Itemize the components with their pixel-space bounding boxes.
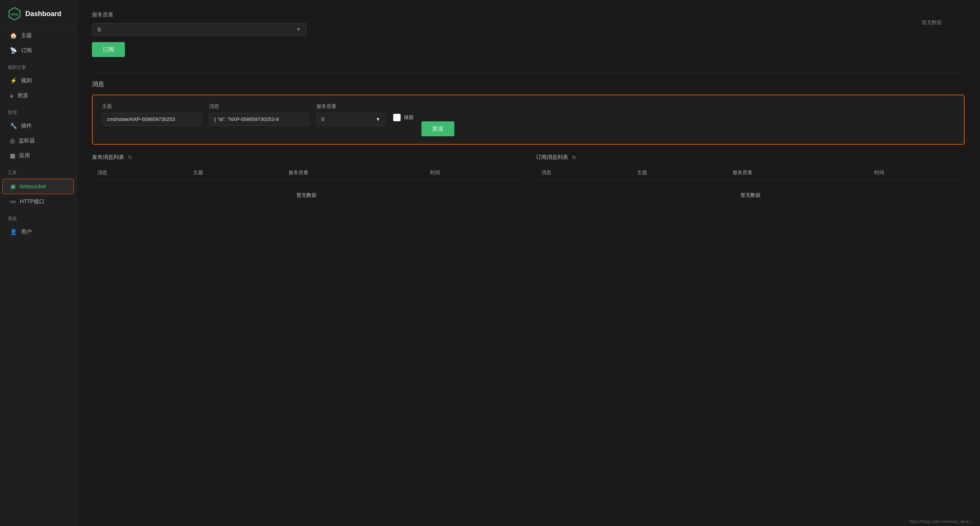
- publish-table-head: 消息 主题 服务质量 时间: [92, 165, 521, 180]
- footer-bar: https://blog.csdn.net/emqx_brok...: [77, 516, 980, 526]
- divider-1: [92, 72, 965, 73]
- sidebar-item-monitor[interactable]: ◎ 监听器: [2, 134, 74, 148]
- sidebar-item-label: 用户: [21, 229, 32, 235]
- main-content: 服务质量 0 ▼ 订阅 暂无数据 消息 主题: [77, 0, 980, 526]
- logo-area: EMQ Dashboard: [0, 0, 76, 28]
- sidebar-item-label: Websocket: [20, 183, 46, 189]
- sidebar-item-label: 订阅: [21, 47, 32, 54]
- sidebar-section-4: 系统 👤 用户: [0, 209, 76, 240]
- section-label-rules: 规则引擎: [0, 58, 76, 73]
- svg-text:EMQ: EMQ: [11, 13, 18, 16]
- top-section: 服务质量 0 ▼ 订阅 暂无数据: [92, 11, 965, 69]
- sidebar-section-2: 管理 🔧 插件 ◎ 监听器 ▦ 应用: [0, 103, 76, 163]
- rules-icon: ⚡: [10, 77, 17, 84]
- message-section-title: 消息: [92, 80, 965, 88]
- websocket-icon: ▣: [10, 183, 16, 190]
- msg-label: 消息: [209, 103, 309, 110]
- sidebar-item-resources[interactable]: ≡ 资源: [2, 88, 74, 103]
- apps-icon: ▦: [10, 152, 15, 159]
- sidebar-item-label: 主题: [21, 32, 32, 39]
- subscribe-icon: 📡: [10, 47, 17, 54]
- subscribe-no-data-row: 暂无数据: [536, 180, 965, 211]
- subscribe-list-section: 订阅消息列表 ↻ 消息 主题 服务质量 时间 暂无数据: [536, 154, 965, 211]
- theme-icon: 🏠: [10, 32, 17, 39]
- subscribe-table-header-row: 消息 主题 服务质量 时间: [536, 165, 965, 180]
- subscribe-table: 消息 主题 服务质量 时间 暂无数据: [536, 165, 965, 211]
- send-button[interactable]: 发送: [421, 121, 454, 136]
- qos-label: 服务质量: [316, 103, 385, 110]
- sidebar-item-websocket[interactable]: ▣ Websocket: [2, 179, 74, 194]
- message-form-row: 主题 消息 服务质量 0 ▼: [102, 103, 955, 136]
- select-value: 0: [98, 26, 101, 33]
- message-section: 消息 主题 消息 服务质量: [92, 80, 965, 145]
- subscribe-list-title: 订阅消息列表: [536, 154, 568, 161]
- retain-group: 保留: [393, 103, 414, 121]
- sidebar-item-label: 应用: [19, 152, 30, 159]
- service-quality-section: 服务质量 0 ▼ 订阅: [92, 11, 306, 57]
- publish-no-data-row: 暂无数据: [92, 180, 521, 211]
- publish-table-header-row: 消息 主题 服务质量 时间: [92, 165, 521, 180]
- users-icon: 👤: [10, 229, 17, 235]
- plugins-icon: 🔧: [10, 123, 17, 129]
- sidebar-item-theme[interactable]: 🏠 主题: [2, 28, 74, 43]
- resources-icon: ≡: [10, 93, 13, 99]
- col-qos: 服务质量: [283, 165, 425, 180]
- col-time: 时间: [425, 165, 521, 180]
- subscribe-list-header: 订阅消息列表 ↻: [536, 154, 965, 161]
- publish-refresh-icon[interactable]: ↻: [128, 154, 133, 160]
- topic-input[interactable]: [102, 113, 202, 126]
- retain-checkbox[interactable]: [393, 114, 401, 121]
- sidebar-item-apps[interactable]: ▦ 应用: [2, 149, 74, 163]
- monitor-icon: ◎: [10, 137, 15, 144]
- message-form-box: 主题 消息 服务质量 0 ▼: [92, 95, 965, 145]
- sidebar-item-users[interactable]: 👤 用户: [2, 225, 74, 239]
- sidebar-item-http[interactable]: </> HTTP接口: [2, 194, 74, 209]
- qos-field-group: 服务质量 0 ▼: [316, 103, 385, 126]
- col-time: 时间: [869, 165, 965, 180]
- no-data-top: 暂无数据: [922, 19, 942, 26]
- publish-table-body: 暂无数据: [92, 180, 521, 211]
- msg-input[interactable]: [209, 113, 309, 126]
- col-message: 消息: [92, 165, 188, 180]
- section-label-manage: 管理: [0, 103, 76, 118]
- sidebar-item-plugins[interactable]: 🔧 插件: [2, 119, 74, 133]
- service-quality-select[interactable]: 0 ▼: [92, 23, 306, 36]
- qos-select[interactable]: 0 ▼: [316, 113, 385, 126]
- subscribe-no-data: 暂无数据: [536, 180, 965, 211]
- subscribe-table-head: 消息 主题 服务质量 时间: [536, 165, 965, 180]
- qos-value: 0: [321, 116, 324, 122]
- topic-label: 主题: [102, 103, 202, 110]
- col-message: 消息: [536, 165, 632, 180]
- subscribe-button[interactable]: 订阅: [92, 42, 125, 57]
- topic-field-group: 主题: [102, 103, 202, 126]
- chevron-down-icon: ▼: [296, 27, 301, 32]
- col-qos: 服务质量: [727, 165, 869, 180]
- message-field-group: 消息: [209, 103, 309, 126]
- emq-logo-icon: EMQ: [8, 7, 21, 21]
- sidebar-item-label: 资源: [17, 92, 28, 99]
- section-label-system: 系统: [0, 209, 76, 224]
- sidebar-section-3: 工具 ▣ Websocket </> HTTP接口: [0, 163, 76, 209]
- tables-row: 发布消息列表 ↻ 消息 主题 服务质量 时间 暂无数据: [92, 154, 965, 211]
- http-icon: </>: [10, 199, 16, 204]
- sidebar-section-1: 规则引擎 ⚡ 规则 ≡ 资源: [0, 58, 76, 103]
- publish-list-section: 发布消息列表 ↻ 消息 主题 服务质量 时间 暂无数据: [92, 154, 521, 211]
- publish-no-data: 暂无数据: [92, 180, 521, 211]
- select-row: 0 ▼: [92, 23, 306, 36]
- subscribe-table-body: 暂无数据: [536, 180, 965, 211]
- sidebar-item-label: 监听器: [19, 137, 35, 144]
- send-btn-wrapper: 发送: [421, 103, 454, 136]
- retain-label: 保留: [404, 114, 414, 121]
- sidebar-item-rules[interactable]: ⚡ 规则: [2, 74, 74, 88]
- app-title: Dashboard: [25, 10, 61, 18]
- subscribe-refresh-icon[interactable]: ↻: [572, 154, 577, 160]
- publish-list-header: 发布消息列表 ↻: [92, 154, 521, 161]
- chevron-down-icon: ▼: [375, 116, 380, 122]
- publish-list-title: 发布消息列表: [92, 154, 124, 161]
- sidebar-item-label: HTTP接口: [20, 198, 45, 205]
- sidebar-section-0: 🏠 主题 📡 订阅: [0, 28, 76, 58]
- sidebar: EMQ Dashboard 🏠 主题 📡 订阅 规则引擎 ⚡ 规则 ≡ 资源 管…: [0, 0, 77, 526]
- sidebar-item-subscribe[interactable]: 📡 订阅: [2, 43, 74, 58]
- sidebar-item-label: 规则: [21, 77, 32, 84]
- footer-url: https://blog.csdn.net/emqx_brok...: [909, 519, 972, 524]
